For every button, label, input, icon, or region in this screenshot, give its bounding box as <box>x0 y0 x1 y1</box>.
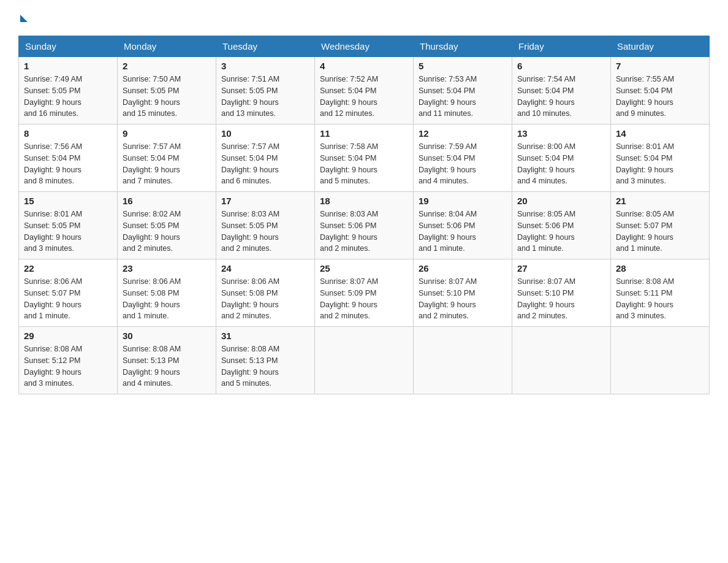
day-info: Sunrise: 7:49 AMSunset: 5:05 PMDaylight:… <box>24 75 82 118</box>
day-number: 16 <box>123 196 211 206</box>
calendar-cell <box>512 327 611 394</box>
calendar-cell: 25Sunrise: 8:07 AMSunset: 5:09 PMDayligh… <box>315 259 414 327</box>
column-header-wednesday: Wednesday <box>315 36 414 57</box>
calendar-cell <box>315 327 414 394</box>
calendar-cell: 28Sunrise: 8:08 AMSunset: 5:11 PMDayligh… <box>611 259 710 327</box>
calendar-cell: 16Sunrise: 8:02 AMSunset: 5:05 PMDayligh… <box>118 192 216 259</box>
day-info: Sunrise: 8:06 AMSunset: 5:07 PMDaylight:… <box>24 277 82 320</box>
day-number: 27 <box>517 263 605 274</box>
day-info: Sunrise: 7:53 AMSunset: 5:04 PMDaylight:… <box>419 75 477 118</box>
day-info: Sunrise: 7:57 AMSunset: 5:04 PMDaylight:… <box>221 142 279 185</box>
day-number: 30 <box>123 331 211 341</box>
calendar-cell: 9Sunrise: 7:57 AMSunset: 5:04 PMDaylight… <box>118 124 216 192</box>
day-info: Sunrise: 8:07 AMSunset: 5:10 PMDaylight:… <box>419 277 477 320</box>
day-info: Sunrise: 8:04 AMSunset: 5:06 PMDaylight:… <box>419 210 477 253</box>
day-info: Sunrise: 8:06 AMSunset: 5:08 PMDaylight:… <box>221 277 279 320</box>
day-info: Sunrise: 7:55 AMSunset: 5:04 PMDaylight:… <box>616 75 674 118</box>
day-info: Sunrise: 8:07 AMSunset: 5:10 PMDaylight:… <box>517 277 575 320</box>
day-number: 23 <box>123 263 211 274</box>
calendar-week-row: 1Sunrise: 7:49 AMSunset: 5:05 PMDaylight… <box>19 57 710 124</box>
day-number: 11 <box>320 128 408 139</box>
logo-arrow-icon <box>20 15 28 22</box>
day-number: 20 <box>517 196 605 206</box>
day-info: Sunrise: 7:56 AMSunset: 5:04 PMDaylight:… <box>24 142 82 185</box>
calendar-week-row: 15Sunrise: 8:01 AMSunset: 5:05 PMDayligh… <box>19 192 710 259</box>
calendar-cell: 23Sunrise: 8:06 AMSunset: 5:08 PMDayligh… <box>118 259 216 327</box>
day-number: 4 <box>320 61 408 71</box>
column-header-friday: Friday <box>512 36 611 57</box>
calendar-cell: 26Sunrise: 8:07 AMSunset: 5:10 PMDayligh… <box>414 259 512 327</box>
day-info: Sunrise: 8:05 AMSunset: 5:07 PMDaylight:… <box>616 210 674 253</box>
day-number: 5 <box>419 61 507 71</box>
day-number: 29 <box>24 331 112 341</box>
day-number: 18 <box>320 196 408 206</box>
day-number: 31 <box>221 331 309 341</box>
day-number: 1 <box>24 61 112 71</box>
calendar-cell: 24Sunrise: 8:06 AMSunset: 5:08 PMDayligh… <box>216 259 315 327</box>
day-number: 3 <box>221 61 309 71</box>
column-header-thursday: Thursday <box>414 36 512 57</box>
day-number: 15 <box>24 196 112 206</box>
calendar-cell: 27Sunrise: 8:07 AMSunset: 5:10 PMDayligh… <box>512 259 611 327</box>
calendar-cell: 5Sunrise: 7:53 AMSunset: 5:04 PMDaylight… <box>414 57 512 124</box>
day-number: 17 <box>221 196 309 206</box>
calendar-cell: 20Sunrise: 8:05 AMSunset: 5:06 PMDayligh… <box>512 192 611 259</box>
calendar-header-row: SundayMondayTuesdayWednesdayThursdayFrid… <box>19 36 710 57</box>
day-info: Sunrise: 8:00 AMSunset: 5:04 PMDaylight:… <box>517 142 575 185</box>
day-info: Sunrise: 7:57 AMSunset: 5:04 PMDaylight:… <box>123 142 181 185</box>
calendar-cell <box>414 327 512 394</box>
day-number: 19 <box>419 196 507 206</box>
calendar-cell: 31Sunrise: 8:08 AMSunset: 5:13 PMDayligh… <box>216 327 315 394</box>
day-info: Sunrise: 8:02 AMSunset: 5:05 PMDaylight:… <box>123 210 181 253</box>
calendar-cell: 17Sunrise: 8:03 AMSunset: 5:05 PMDayligh… <box>216 192 315 259</box>
day-info: Sunrise: 8:07 AMSunset: 5:09 PMDaylight:… <box>320 277 378 320</box>
calendar-cell: 6Sunrise: 7:54 AMSunset: 5:04 PMDaylight… <box>512 57 611 124</box>
calendar-cell: 8Sunrise: 7:56 AMSunset: 5:04 PMDaylight… <box>19 124 118 192</box>
column-header-saturday: Saturday <box>611 36 710 57</box>
day-number: 2 <box>123 61 211 71</box>
calendar-week-row: 22Sunrise: 8:06 AMSunset: 5:07 PMDayligh… <box>19 259 710 327</box>
calendar-cell: 2Sunrise: 7:50 AMSunset: 5:05 PMDaylight… <box>118 57 216 124</box>
calendar-cell: 10Sunrise: 7:57 AMSunset: 5:04 PMDayligh… <box>216 124 315 192</box>
day-info: Sunrise: 8:08 AMSunset: 5:11 PMDaylight:… <box>616 277 674 320</box>
day-info: Sunrise: 7:52 AMSunset: 5:04 PMDaylight:… <box>320 75 378 118</box>
day-number: 7 <box>616 61 704 71</box>
calendar-cell: 14Sunrise: 8:01 AMSunset: 5:04 PMDayligh… <box>611 124 710 192</box>
calendar-table: SundayMondayTuesdayWednesdayThursdayFrid… <box>18 36 710 394</box>
day-info: Sunrise: 8:01 AMSunset: 5:05 PMDaylight:… <box>24 210 82 253</box>
day-number: 10 <box>221 128 309 139</box>
calendar-cell: 21Sunrise: 8:05 AMSunset: 5:07 PMDayligh… <box>611 192 710 259</box>
day-info: Sunrise: 7:50 AMSunset: 5:05 PMDaylight:… <box>123 75 181 118</box>
calendar-week-row: 8Sunrise: 7:56 AMSunset: 5:04 PMDaylight… <box>19 124 710 192</box>
logo <box>18 12 28 23</box>
column-header-tuesday: Tuesday <box>216 36 315 57</box>
day-info: Sunrise: 8:03 AMSunset: 5:05 PMDaylight:… <box>221 210 279 253</box>
day-number: 12 <box>419 128 507 139</box>
day-info: Sunrise: 7:58 AMSunset: 5:04 PMDaylight:… <box>320 142 378 185</box>
day-info: Sunrise: 7:51 AMSunset: 5:05 PMDaylight:… <box>221 75 279 118</box>
calendar-cell: 13Sunrise: 8:00 AMSunset: 5:04 PMDayligh… <box>512 124 611 192</box>
day-number: 13 <box>517 128 605 139</box>
day-number: 24 <box>221 263 309 274</box>
calendar-cell: 7Sunrise: 7:55 AMSunset: 5:04 PMDaylight… <box>611 57 710 124</box>
calendar-cell: 18Sunrise: 8:03 AMSunset: 5:06 PMDayligh… <box>315 192 414 259</box>
day-number: 21 <box>616 196 704 206</box>
day-info: Sunrise: 8:08 AMSunset: 5:12 PMDaylight:… <box>24 345 82 388</box>
day-number: 28 <box>616 263 704 274</box>
calendar-cell: 1Sunrise: 7:49 AMSunset: 5:05 PMDaylight… <box>19 57 118 124</box>
calendar-cell: 4Sunrise: 7:52 AMSunset: 5:04 PMDaylight… <box>315 57 414 124</box>
calendar-cell: 11Sunrise: 7:58 AMSunset: 5:04 PMDayligh… <box>315 124 414 192</box>
calendar-cell: 30Sunrise: 8:08 AMSunset: 5:13 PMDayligh… <box>118 327 216 394</box>
logo-top <box>18 12 28 22</box>
calendar-week-row: 29Sunrise: 8:08 AMSunset: 5:12 PMDayligh… <box>19 327 710 394</box>
day-info: Sunrise: 8:05 AMSunset: 5:06 PMDaylight:… <box>517 210 575 253</box>
day-info: Sunrise: 8:08 AMSunset: 5:13 PMDaylight:… <box>221 345 279 388</box>
day-number: 22 <box>24 263 112 274</box>
calendar-cell: 22Sunrise: 8:06 AMSunset: 5:07 PMDayligh… <box>19 259 118 327</box>
calendar-cell <box>611 327 710 394</box>
day-info: Sunrise: 8:03 AMSunset: 5:06 PMDaylight:… <box>320 210 378 253</box>
column-header-monday: Monday <box>118 36 216 57</box>
page-header <box>18 12 710 23</box>
day-number: 6 <box>517 61 605 71</box>
day-number: 14 <box>616 128 704 139</box>
